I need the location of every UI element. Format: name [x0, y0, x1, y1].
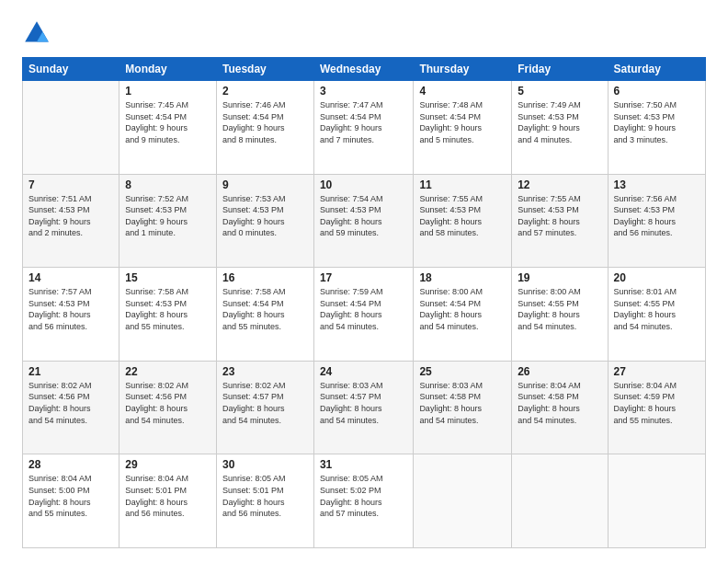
calendar-day-cell: 15Sunrise: 7:58 AM Sunset: 4:53 PM Dayli… [119, 268, 217, 362]
calendar-day-cell: 27Sunrise: 8:04 AM Sunset: 4:59 PM Dayli… [608, 361, 705, 454]
calendar-day-cell: 7Sunrise: 7:51 AM Sunset: 4:53 PM Daylig… [23, 174, 119, 268]
calendar-day-cell: 8Sunrise: 7:52 AM Sunset: 4:53 PM Daylig… [119, 174, 217, 268]
calendar-day-header: Sunday [23, 58, 119, 81]
calendar-day-cell: 2Sunrise: 7:46 AM Sunset: 4:54 PM Daylig… [216, 81, 313, 175]
day-number: 18 [419, 271, 506, 284]
day-info: Sunrise: 7:56 AM Sunset: 4:53 PM Dayligh… [614, 193, 700, 239]
calendar-day-cell: 16Sunrise: 7:58 AM Sunset: 4:54 PM Dayli… [216, 268, 313, 362]
calendar-day-cell: 3Sunrise: 7:47 AM Sunset: 4:54 PM Daylig… [313, 81, 413, 175]
day-info: Sunrise: 7:54 AM Sunset: 4:53 PM Dayligh… [320, 193, 407, 239]
day-number: 30 [222, 458, 308, 471]
day-info: Sunrise: 7:51 AM Sunset: 4:53 PM Dayligh… [28, 193, 113, 239]
day-info: Sunrise: 7:57 AM Sunset: 4:53 PM Dayligh… [28, 286, 113, 332]
day-info: Sunrise: 8:04 AM Sunset: 4:58 PM Dayligh… [518, 380, 601, 426]
day-info: Sunrise: 8:00 AM Sunset: 4:55 PM Dayligh… [518, 286, 601, 332]
calendar-day-cell [608, 454, 705, 548]
calendar-day-cell: 31Sunrise: 8:05 AM Sunset: 5:02 PM Dayli… [313, 454, 413, 548]
calendar-day-cell: 20Sunrise: 8:01 AM Sunset: 4:55 PM Dayli… [608, 268, 705, 362]
day-number: 24 [320, 365, 407, 378]
calendar-day-cell: 12Sunrise: 7:55 AM Sunset: 4:53 PM Dayli… [512, 174, 608, 268]
day-info: Sunrise: 7:58 AM Sunset: 4:54 PM Dayligh… [222, 286, 308, 332]
day-number: 13 [614, 178, 700, 191]
calendar-day-cell: 11Sunrise: 7:55 AM Sunset: 4:53 PM Dayli… [414, 174, 512, 268]
day-number: 2 [222, 85, 308, 98]
calendar-day-cell: 1Sunrise: 7:45 AM Sunset: 4:54 PM Daylig… [119, 81, 217, 175]
calendar-table: SundayMondayTuesdayWednesdayThursdayFrid… [22, 57, 706, 548]
calendar-week-row: 7Sunrise: 7:51 AM Sunset: 4:53 PM Daylig… [23, 174, 706, 268]
day-number: 12 [518, 178, 601, 191]
calendar-day-cell: 10Sunrise: 7:54 AM Sunset: 4:53 PM Dayli… [313, 174, 413, 268]
calendar-day-cell [414, 454, 512, 548]
day-info: Sunrise: 8:02 AM Sunset: 4:56 PM Dayligh… [28, 380, 113, 426]
calendar-day-cell: 23Sunrise: 8:02 AM Sunset: 4:57 PM Dayli… [216, 361, 313, 454]
day-number: 25 [419, 365, 506, 378]
calendar-day-cell: 9Sunrise: 7:53 AM Sunset: 4:53 PM Daylig… [216, 174, 313, 268]
day-number: 26 [518, 365, 601, 378]
calendar-day-cell: 5Sunrise: 7:49 AM Sunset: 4:53 PM Daylig… [512, 81, 608, 175]
day-number: 3 [320, 85, 407, 98]
calendar-day-header: Thursday [414, 58, 512, 81]
day-info: Sunrise: 7:50 AM Sunset: 4:53 PM Dayligh… [614, 99, 700, 145]
calendar-day-header: Friday [512, 58, 608, 81]
day-info: Sunrise: 8:04 AM Sunset: 4:59 PM Dayligh… [614, 380, 700, 426]
calendar-day-cell: 28Sunrise: 8:04 AM Sunset: 5:00 PM Dayli… [23, 454, 119, 548]
calendar-day-header: Monday [119, 58, 217, 81]
calendar-week-row: 1Sunrise: 7:45 AM Sunset: 4:54 PM Daylig… [23, 81, 706, 175]
day-info: Sunrise: 7:52 AM Sunset: 4:53 PM Dayligh… [125, 193, 210, 239]
calendar-day-cell [23, 81, 119, 175]
day-info: Sunrise: 7:58 AM Sunset: 4:53 PM Dayligh… [125, 286, 210, 332]
page-header [22, 18, 706, 48]
day-info: Sunrise: 8:03 AM Sunset: 4:57 PM Dayligh… [320, 380, 407, 426]
calendar-day-cell: 25Sunrise: 8:03 AM Sunset: 4:58 PM Dayli… [414, 361, 512, 454]
calendar-day-cell: 24Sunrise: 8:03 AM Sunset: 4:57 PM Dayli… [313, 361, 413, 454]
calendar-day-header: Wednesday [313, 58, 413, 81]
day-number: 20 [614, 271, 700, 284]
day-number: 19 [518, 271, 601, 284]
calendar-day-cell: 26Sunrise: 8:04 AM Sunset: 4:58 PM Dayli… [512, 361, 608, 454]
day-number: 15 [125, 271, 210, 284]
day-info: Sunrise: 8:05 AM Sunset: 5:02 PM Dayligh… [320, 473, 407, 519]
day-info: Sunrise: 8:05 AM Sunset: 5:01 PM Dayligh… [222, 473, 308, 519]
calendar-day-header: Saturday [608, 58, 705, 81]
calendar-day-cell: 22Sunrise: 8:02 AM Sunset: 4:56 PM Dayli… [119, 361, 217, 454]
day-number: 22 [125, 365, 210, 378]
day-info: Sunrise: 7:47 AM Sunset: 4:54 PM Dayligh… [320, 99, 407, 145]
calendar-day-cell: 17Sunrise: 7:59 AM Sunset: 4:54 PM Dayli… [313, 268, 413, 362]
day-info: Sunrise: 7:45 AM Sunset: 4:54 PM Dayligh… [125, 99, 210, 145]
calendar-day-cell: 18Sunrise: 8:00 AM Sunset: 4:54 PM Dayli… [414, 268, 512, 362]
day-number: 21 [28, 365, 113, 378]
day-info: Sunrise: 7:53 AM Sunset: 4:53 PM Dayligh… [222, 193, 308, 239]
calendar-day-cell: 29Sunrise: 8:04 AM Sunset: 5:01 PM Dayli… [119, 454, 217, 548]
day-number: 5 [518, 85, 601, 98]
calendar-week-row: 28Sunrise: 8:04 AM Sunset: 5:00 PM Dayli… [23, 454, 706, 548]
day-number: 4 [419, 85, 506, 98]
calendar-header-row: SundayMondayTuesdayWednesdayThursdayFrid… [23, 58, 706, 81]
calendar-day-cell: 19Sunrise: 8:00 AM Sunset: 4:55 PM Dayli… [512, 268, 608, 362]
day-number: 28 [28, 458, 113, 471]
day-info: Sunrise: 7:46 AM Sunset: 4:54 PM Dayligh… [222, 99, 308, 145]
day-number: 9 [222, 178, 308, 191]
day-number: 31 [320, 458, 407, 471]
logo-icon [22, 18, 51, 48]
logo [22, 18, 55, 48]
day-info: Sunrise: 7:49 AM Sunset: 4:53 PM Dayligh… [518, 99, 601, 145]
day-number: 7 [28, 178, 113, 191]
day-info: Sunrise: 7:48 AM Sunset: 4:54 PM Dayligh… [419, 99, 506, 145]
day-info: Sunrise: 7:55 AM Sunset: 4:53 PM Dayligh… [419, 193, 506, 239]
day-info: Sunrise: 8:00 AM Sunset: 4:54 PM Dayligh… [419, 286, 506, 332]
day-info: Sunrise: 8:04 AM Sunset: 5:01 PM Dayligh… [125, 473, 210, 519]
calendar-week-row: 21Sunrise: 8:02 AM Sunset: 4:56 PM Dayli… [23, 361, 706, 454]
day-number: 23 [222, 365, 308, 378]
day-number: 10 [320, 178, 407, 191]
calendar-week-row: 14Sunrise: 7:57 AM Sunset: 4:53 PM Dayli… [23, 268, 706, 362]
day-number: 11 [419, 178, 506, 191]
day-info: Sunrise: 8:02 AM Sunset: 4:56 PM Dayligh… [125, 380, 210, 426]
day-number: 16 [222, 271, 308, 284]
calendar-day-cell: 21Sunrise: 8:02 AM Sunset: 4:56 PM Dayli… [23, 361, 119, 454]
day-info: Sunrise: 8:04 AM Sunset: 5:00 PM Dayligh… [28, 473, 113, 519]
calendar-day-cell: 13Sunrise: 7:56 AM Sunset: 4:53 PM Dayli… [608, 174, 705, 268]
day-number: 17 [320, 271, 407, 284]
calendar-day-cell [512, 454, 608, 548]
day-number: 1 [125, 85, 210, 98]
day-number: 14 [28, 271, 113, 284]
